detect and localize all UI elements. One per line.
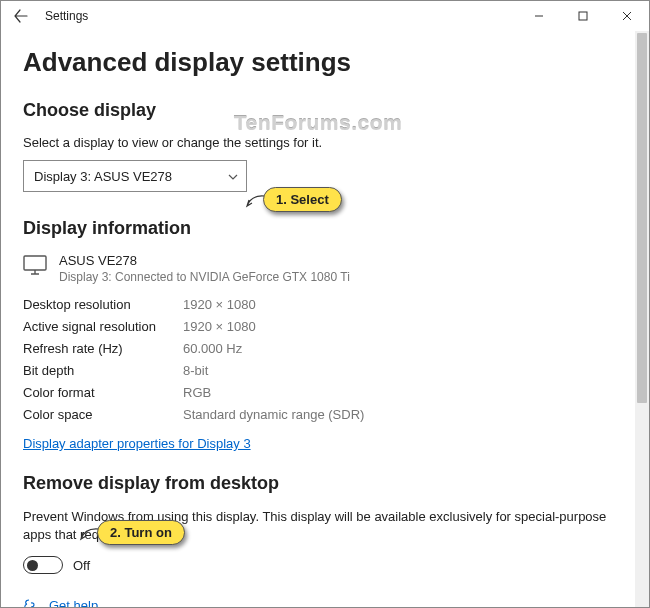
minimize-button[interactable] (517, 1, 561, 31)
monitor-subtitle: Display 3: Connected to NVIDIA GeForce G… (59, 270, 350, 284)
prop-label: Bit depth (23, 360, 183, 382)
prop-label: Color space (23, 404, 183, 426)
prop-row: Color spaceStandard dynamic range (SDR) (23, 404, 613, 426)
prop-value: RGB (183, 382, 211, 404)
display-select-value: Display 3: ASUS VE278 (34, 169, 172, 184)
prop-value: 1920 × 1080 (183, 316, 256, 338)
remove-display-toggle[interactable] (23, 556, 63, 574)
prop-row: Active signal resolution1920 × 1080 (23, 316, 613, 338)
annotation-text: 2. Turn on (110, 525, 172, 540)
chevron-down-icon (228, 170, 238, 182)
page-title: Advanced display settings (23, 47, 613, 78)
prop-row: Desktop resolution1920 × 1080 (23, 294, 613, 316)
display-select[interactable]: Display 3: ASUS VE278 (23, 160, 247, 192)
prop-value: Standard dynamic range (SDR) (183, 404, 364, 426)
prop-label: Active signal resolution (23, 316, 183, 338)
title-bar: Settings (1, 1, 649, 31)
monitor-summary: ASUS VE278 Display 3: Connected to NVIDI… (23, 253, 613, 284)
help-icon (23, 599, 41, 607)
prop-value: 1920 × 1080 (183, 294, 256, 316)
adapter-properties-link[interactable]: Display adapter properties for Display 3 (23, 436, 251, 451)
monitor-name: ASUS VE278 (59, 253, 350, 268)
svg-rect-0 (579, 12, 587, 20)
remove-heading: Remove display from desktop (23, 473, 613, 494)
prop-row: Refresh rate (Hz)60.000 Hz (23, 338, 613, 360)
prop-value: 8-bit (183, 360, 208, 382)
choose-heading: Choose display (23, 100, 613, 121)
annotation-callout-turnon: 2. Turn on (97, 520, 185, 545)
prop-row: Color formatRGB (23, 382, 613, 404)
prop-value: 60.000 Hz (183, 338, 242, 360)
prop-label: Color format (23, 382, 183, 404)
toggle-knob (27, 560, 38, 571)
display-properties: Desktop resolution1920 × 1080 Active sig… (23, 294, 613, 426)
toggle-state-label: Off (73, 558, 90, 573)
monitor-icon (23, 255, 49, 277)
window-title: Settings (45, 9, 88, 23)
annotation-text: 1. Select (276, 192, 329, 207)
maximize-button[interactable] (561, 1, 605, 31)
annotation-callout-select: 1. Select (263, 187, 342, 212)
get-help-link[interactable]: Get help (49, 598, 98, 607)
info-heading: Display information (23, 218, 613, 239)
scrollbar-thumb[interactable] (637, 33, 647, 403)
choose-hint: Select a display to view or change the s… (23, 135, 613, 150)
close-button[interactable] (605, 1, 649, 31)
prop-row: Bit depth8-bit (23, 360, 613, 382)
svg-rect-1 (24, 256, 46, 270)
prop-label: Desktop resolution (23, 294, 183, 316)
back-button[interactable] (7, 2, 35, 30)
prop-label: Refresh rate (Hz) (23, 338, 183, 360)
content-area: Advanced display settings TenForums.com … (1, 31, 635, 607)
vertical-scrollbar[interactable] (635, 31, 649, 607)
